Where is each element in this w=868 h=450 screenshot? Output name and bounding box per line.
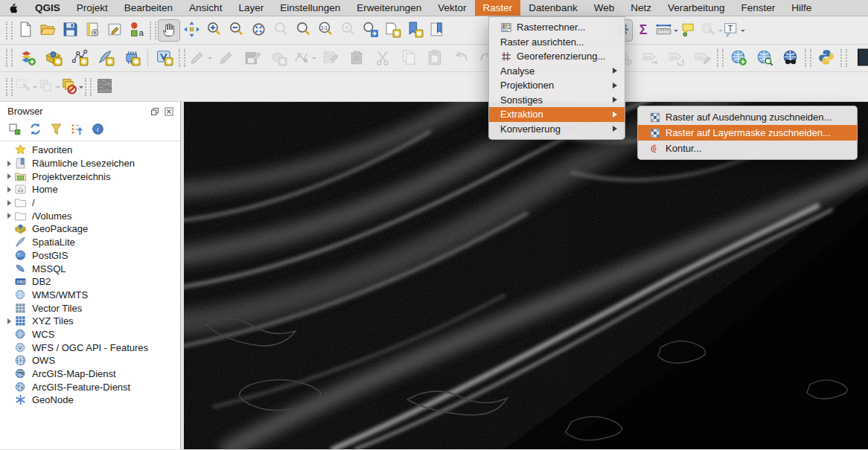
new-virtual-layer[interactable]: [151, 47, 177, 69]
menu-layer[interactable]: Layer: [230, 0, 272, 16]
digitize-with-shape[interactable]: [265, 47, 291, 69]
menu-einstellungen[interactable]: Einstellungen: [272, 0, 348, 16]
menu-web[interactable]: Web: [586, 0, 623, 16]
open-project[interactable]: [36, 19, 59, 42]
menu-ansicht[interactable]: Ansicht: [181, 0, 230, 16]
tree-arcgis-feature-dienst[interactable]: ArcGIS-Feature-Dienst: [0, 380, 180, 393]
tree-favoriten[interactable]: Favoriten: [0, 144, 180, 157]
zoom-native-resolution[interactable]: 1:1: [314, 19, 336, 42]
submenu-item-raster-auf-ausdehnung-zuschneiden[interactable]: Raster auf Ausdehnung zuschneiden...: [638, 109, 857, 125]
toolbar-grip[interactable]: [150, 22, 156, 39]
toolbar-grip[interactable]: [85, 78, 92, 96]
tree-volumes[interactable]: /Volumes: [0, 209, 180, 222]
delete-selected[interactable]: [343, 47, 369, 69]
tree-root[interactable]: /: [0, 196, 180, 210]
toolbar-grip[interactable]: [717, 49, 724, 67]
cut-features[interactable]: [369, 47, 395, 69]
tree-wms-wmts[interactable]: WMS/WMTS: [0, 289, 180, 302]
new-project[interactable]: [14, 19, 36, 42]
menu-item-sonstiges[interactable]: Sonstiges: [489, 93, 625, 108]
layout-manager[interactable]: [103, 19, 126, 42]
menu-item-projektionen[interactable]: Projektionen: [489, 78, 625, 93]
new-geopackage-layer[interactable]: [40, 47, 66, 69]
web-add-layer[interactable]: [725, 47, 751, 69]
style-manager[interactable]: a: [126, 19, 148, 42]
zoom-out[interactable]: [225, 19, 247, 42]
filter-browser[interactable]: [49, 122, 63, 136]
vertex-tool[interactable]: [291, 47, 317, 69]
new-spatial-bookmark[interactable]: [403, 19, 426, 42]
menu-qgis[interactable]: QGIS: [27, 0, 68, 16]
statistical-summary[interactable]: Σ: [633, 19, 655, 42]
deselect-features[interactable]: [37, 76, 60, 98]
paste-features[interactable]: [421, 47, 447, 69]
expand-arrow-icon[interactable]: [4, 173, 14, 179]
toolbar-grip[interactable]: [6, 22, 13, 39]
run-feature-action[interactable]: [700, 19, 722, 42]
toggle-editing[interactable]: [213, 47, 239, 69]
new-print-layout[interactable]: [81, 19, 103, 42]
tree-geonode[interactable]: GeoNode: [0, 393, 180, 407]
menu-projekt[interactable]: Projekt: [68, 0, 116, 16]
select-features[interactable]: [14, 76, 37, 98]
new-map-view[interactable]: [381, 19, 403, 42]
tree-postgis[interactable]: PostGIS: [0, 249, 180, 263]
expand-arrow-icon[interactable]: [4, 187, 14, 193]
close-panel[interactable]: [164, 106, 174, 117]
pan-to-selection[interactable]: [180, 19, 202, 42]
expand-arrow-icon[interactable]: [4, 161, 14, 167]
tree-wfs-ogc-api-features[interactable]: V WFS / OGC API - Features: [0, 341, 180, 354]
current-edits[interactable]: [187, 47, 213, 69]
menu-vektor[interactable]: Vektor: [430, 0, 474, 16]
tree-arcgis-map-dienst[interactable]: ArcGIS-Map-Dienst: [0, 367, 180, 381]
new-mesh-layer[interactable]: [118, 47, 144, 69]
menu-bearbeiten[interactable]: Bearbeiten: [116, 0, 181, 16]
pan-map[interactable]: [158, 19, 180, 42]
zoom-next[interactable]: [359, 19, 381, 42]
toolbar-grip[interactable]: [6, 49, 13, 67]
submenu-item-raster-auf-layermaske-zuschneiden[interactable]: Raster auf Layermaske zuschneiden...: [638, 125, 857, 141]
tree-mssql[interactable]: MSSQL: [0, 262, 180, 275]
measure-line[interactable]: [655, 19, 677, 42]
tree-ows[interactable]: OWS: [0, 354, 180, 367]
show-spatial-bookmarks[interactable]: [426, 19, 448, 42]
toolbar-grip[interactable]: [840, 49, 847, 67]
modify-attributes[interactable]: [317, 47, 343, 69]
tree-wcs[interactable]: WCS: [0, 328, 180, 341]
expand-arrow-icon[interactable]: [4, 213, 14, 219]
menu-item-rasterrechner[interactable]: Rasterrechner...: [489, 20, 625, 35]
zoom-to-selection[interactable]: [269, 19, 292, 42]
web-search-layers[interactable]: [751, 47, 777, 69]
metasearch[interactable]: [777, 47, 803, 69]
properties-widget[interactable]: i: [91, 122, 105, 136]
rotate-label[interactable]: abc: [663, 47, 689, 69]
zoom-in[interactable]: [202, 19, 225, 42]
expand-arrow-icon[interactable]: [4, 200, 14, 206]
menu-datenbank[interactable]: Datenbank: [520, 0, 585, 16]
tree-projektverzeichnis[interactable]: Projektverzeichnis: [0, 170, 180, 183]
docked-widget-edge[interactable]: [849, 47, 868, 69]
menu-item-raster-ausrichten[interactable]: Raster ausrichten...: [489, 35, 625, 50]
zoom-to-layer[interactable]: [292, 19, 314, 42]
tree-home[interactable]: Home: [0, 183, 180, 196]
toolbar-grip[interactable]: [805, 49, 811, 67]
tree-db2[interactable]: DB2 DB2: [0, 275, 180, 289]
tree-vector-tiles[interactable]: Vector Tiles: [0, 301, 180, 315]
tree-geopackage[interactable]: GeoPackage: [0, 222, 180, 236]
map-tips[interactable]: [677, 19, 700, 42]
new-shapefile-layer[interactable]: [66, 47, 92, 69]
menu-verarbeitung[interactable]: Verarbeitung: [660, 0, 733, 16]
refresh-browser[interactable]: [28, 122, 42, 136]
data-source-manager[interactable]: [14, 47, 40, 69]
apple-logo-icon[interactable]: [0, 0, 27, 16]
tree-raeumliche-lesezeichen[interactable]: Räumliche Lesezeichen: [0, 157, 180, 170]
menu-erweiterungen[interactable]: Erweiterungen: [348, 0, 430, 16]
collapse-all[interactable]: [70, 122, 84, 136]
save-layer-edits[interactable]: [239, 47, 265, 69]
menu-item-analyse[interactable]: Analyse: [489, 64, 625, 79]
tree-spatialite[interactable]: SpatiaLite: [0, 236, 180, 249]
tree-xyz-tiles[interactable]: XYZ Tiles: [0, 315, 180, 328]
expand-arrow-icon[interactable]: [4, 318, 14, 324]
move-label[interactable]: abc: [637, 47, 663, 69]
menu-item-konvertierung[interactable]: Konvertierung: [489, 122, 625, 137]
